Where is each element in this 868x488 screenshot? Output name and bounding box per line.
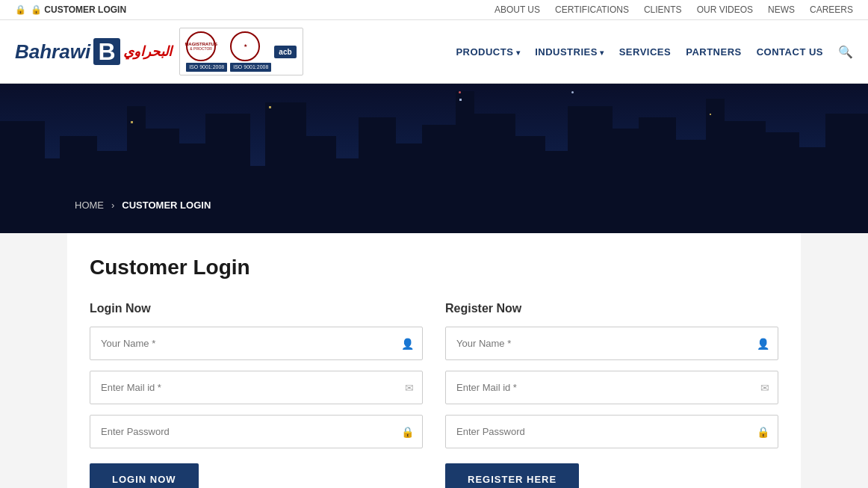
- customer-login-link[interactable]: 🔒 🔒 CUSTOMER LOGIN: [15, 4, 126, 15]
- customer-login-label: 🔒 CUSTOMER LOGIN: [31, 4, 126, 15]
- logo-arabic: البحراوي: [123, 43, 172, 60]
- breadcrumb-separator: ›: [111, 200, 114, 211]
- main-header: Bahrawi B البحراوي MAGISTRATUS & PROCTOR…: [0, 20, 868, 84]
- cert-magistratus: MAGISTRATUS & PROCTOR ISO 9001:2008: [186, 31, 227, 72]
- search-button[interactable]: 🔍: [838, 45, 853, 59]
- login-email-input[interactable]: [90, 371, 423, 404]
- top-nav-videos[interactable]: OUR VIDEOS: [697, 4, 753, 15]
- email-icon: ✉: [405, 382, 414, 394]
- login-password-group: 🔒: [90, 415, 423, 448]
- register-section-title: Register Now: [445, 302, 778, 315]
- login-name-input[interactable]: [90, 327, 423, 360]
- register-form-section: Register Now 👤 ✉ 🔒 REGISTER HERE: [445, 302, 778, 488]
- top-nav-certifications[interactable]: CERTIFICATIONS: [555, 4, 629, 15]
- person-icon: 👤: [401, 338, 414, 350]
- top-nav-about[interactable]: ABOUT US: [495, 4, 540, 15]
- hero-banner: HOME › CUSTOMER LOGIN: [0, 84, 868, 233]
- breadcrumb-home[interactable]: HOME: [75, 200, 104, 211]
- logo-b-icon: B: [93, 38, 120, 65]
- main-content: Customer Login Login Now 👤 ✉ 🔒 LOGIN NOW…: [67, 233, 801, 488]
- nav-contact[interactable]: CONTACT US: [757, 46, 823, 58]
- email-icon: ✉: [760, 382, 769, 394]
- top-nav-careers[interactable]: CAREERS: [810, 4, 853, 15]
- breadcrumb-current: CUSTOMER LOGIN: [122, 200, 211, 211]
- person-icon: 👤: [757, 338, 769, 350]
- page-title: Customer Login: [90, 256, 778, 279]
- login-section-title: Login Now: [90, 302, 423, 315]
- cert-iso: ★ ISO 9001:2008: [230, 31, 271, 72]
- cert-acb: acb: [274, 46, 296, 58]
- nav-services[interactable]: SERVICES: [619, 46, 672, 58]
- register-name-group: 👤: [445, 327, 778, 360]
- forms-row: Login Now 👤 ✉ 🔒 LOGIN NOW Register Now 👤: [90, 302, 778, 488]
- login-form-section: Login Now 👤 ✉ 🔒 LOGIN NOW: [90, 302, 423, 488]
- register-email-group: ✉: [445, 371, 778, 404]
- top-nav: ABOUT US CERTIFICATIONS CLIENTS OUR VIDE…: [495, 4, 853, 15]
- login-password-input[interactable]: [90, 415, 423, 448]
- lock-icon: 🔒: [757, 426, 769, 438]
- top-nav-clients[interactable]: CLIENTS: [644, 4, 682, 15]
- register-password-input[interactable]: [445, 415, 778, 448]
- login-name-group: 👤: [90, 327, 423, 360]
- register-email-input[interactable]: [445, 371, 778, 404]
- login-now-button[interactable]: LOGIN NOW: [90, 463, 199, 488]
- nav-industries[interactable]: INDUSTRIES: [535, 46, 604, 58]
- logo[interactable]: Bahrawi B البحراوي: [15, 38, 172, 65]
- top-nav-news[interactable]: NEWS: [768, 4, 795, 15]
- logo-bahrawi: Bahrawi: [15, 40, 90, 64]
- top-bar: 🔒 🔒 CUSTOMER LOGIN ABOUT US CERTIFICATIO…: [0, 0, 868, 20]
- nav-partners[interactable]: PARTNERS: [686, 46, 742, 58]
- nav-products[interactable]: PRODUCTS: [456, 46, 520, 58]
- register-password-group: 🔒: [445, 415, 778, 448]
- lock-icon: 🔒: [15, 4, 26, 15]
- logo-area: Bahrawi B البحراوي MAGISTRATUS & PROCTOR…: [15, 28, 303, 75]
- register-here-button[interactable]: REGISTER HERE: [445, 463, 579, 488]
- certification-badges: MAGISTRATUS & PROCTOR ISO 9001:2008 ★ IS…: [179, 28, 303, 75]
- lock-icon: 🔒: [401, 426, 414, 438]
- main-navigation: PRODUCTS INDUSTRIES SERVICES PARTNERS CO…: [456, 45, 853, 59]
- login-email-group: ✉: [90, 371, 423, 404]
- breadcrumb: HOME › CUSTOMER LOGIN: [75, 200, 211, 211]
- register-name-input[interactable]: [445, 327, 778, 360]
